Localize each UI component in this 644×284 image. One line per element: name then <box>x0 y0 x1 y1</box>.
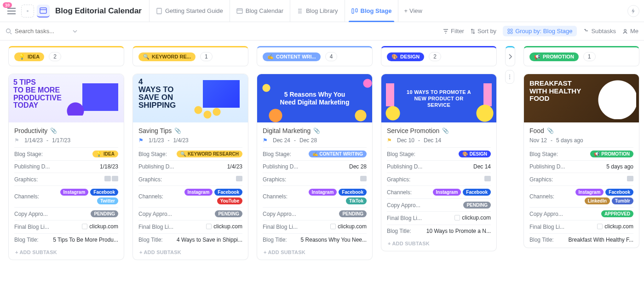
group-by-button[interactable]: Group by: Blog Stage <box>503 26 577 36</box>
card-digital-marketing[interactable]: Digital Marketing📎 ⚑ Dec 24 - Dec 28 Blo… <box>257 74 373 260</box>
automations-button[interactable] <box>627 5 639 17</box>
column-header-keyword[interactable]: 🔍KEYWORD RE... 1 <box>132 46 248 66</box>
pubdate-value: Dec 28 <box>302 163 367 170</box>
view-label: Getting Started Guide <box>165 7 223 14</box>
blog-title-value: 4 Ways to Save in Shippi... <box>167 237 242 243</box>
card-saving-tips[interactable]: Saving Tips📎 ⚑ 1/1/23 - 1/4/23 Blog Stag… <box>132 74 248 260</box>
field-label-stage: Blog Stage: <box>263 151 291 157</box>
filter-label: Filter <box>451 28 464 35</box>
attachment-icon: 📎 <box>313 128 320 134</box>
add-subtask-button[interactable]: + ADD SUBTASK <box>14 246 118 258</box>
date-end: Dec 14 <box>424 137 441 144</box>
field-label-blogtitle: Blog Title: <box>138 237 163 243</box>
field-label-copy: Copy Appro... <box>14 211 48 217</box>
card-service-promotion[interactable]: Service Promotion📎 ⚑ Dec 10 - Dec 14 Blo… <box>381 74 497 251</box>
hamburger-menu-button[interactable]: 10 <box>5 4 18 18</box>
svg-rect-8 <box>511 29 512 31</box>
channel-chip: LinkedIn <box>585 197 610 204</box>
flag-icon[interactable]: ⚑ <box>263 137 269 144</box>
field-label-stage: Blog Stage: <box>138 151 167 157</box>
add-subtask-button[interactable]: + ADD SUBTASK <box>263 246 367 258</box>
card-productivity[interactable]: Productivity📎 ⚑ 1/14/23 - 1/17/23 Blog S… <box>8 74 124 260</box>
column-drag-handle[interactable] <box>505 70 514 84</box>
field-label-channels: Channels: <box>14 193 39 200</box>
final-link[interactable]: clickup.com <box>330 223 367 230</box>
column-header-idea[interactable]: 💡IDEA 2 <box>8 46 124 66</box>
add-view-button[interactable]: + View <box>398 0 428 22</box>
view-tab-blog-calendar[interactable]: Blog Calendar <box>230 0 290 22</box>
field-label-channels: Channels: <box>263 193 288 200</box>
subtasks-label: Subtasks <box>591 28 615 35</box>
svg-point-11 <box>624 29 626 31</box>
notification-badge: 10 <box>3 2 12 8</box>
field-label-graphics: Graphics: <box>14 176 38 183</box>
column-header-content[interactable]: ✍️CONTENT WRI... 4 <box>257 46 373 66</box>
chevron-down-icon[interactable] <box>73 30 77 33</box>
add-space-button[interactable] <box>21 5 34 17</box>
channel-chip: Facebook <box>214 189 242 196</box>
calendar-icon <box>40 7 47 14</box>
search-input[interactable] <box>15 28 70 35</box>
date-end: 5 days ago <box>556 137 583 144</box>
column-header-design[interactable]: 🎨DESIGN 2 <box>381 46 497 66</box>
favicon-icon <box>454 215 460 220</box>
pubdate-value: 5 days ago <box>569 163 633 170</box>
view-tab-blog-library[interactable]: Blog Library <box>290 0 344 22</box>
stage-chip-content: ✍️CONTENT WRI... <box>263 52 321 61</box>
filter-button[interactable]: Filter <box>443 28 464 35</box>
favicon-icon <box>82 224 87 229</box>
card-title: Food <box>529 127 544 134</box>
svg-point-6 <box>6 29 11 33</box>
final-link[interactable]: clickup.com <box>454 214 491 221</box>
field-label-blogtitle: Blog Title: <box>14 237 39 243</box>
bulb-icon: 💡 <box>19 54 25 60</box>
subtasks-button[interactable]: Subtasks <box>583 28 615 35</box>
column-header-promotion[interactable]: 📢PROMOTION 1 <box>523 46 639 66</box>
search-icon <box>6 28 12 35</box>
add-subtask-button[interactable]: + ADD SUBTASK <box>387 237 491 249</box>
list-icon <box>297 8 303 14</box>
field-label-blogtitle: Blog Title: <box>387 228 411 234</box>
card-title: Saving Tips <box>138 127 172 134</box>
flag-icon[interactable]: ⚑ <box>387 137 393 144</box>
me-button[interactable]: Me <box>622 28 638 35</box>
view-tab-blog-stage[interactable]: Blog Stage <box>345 0 398 22</box>
stage-chip-design: 🎨DESIGN <box>387 52 424 61</box>
final-link[interactable]: clickup.com <box>206 223 242 230</box>
stage-label: IDEA <box>28 54 40 59</box>
field-label-pubdate: Publishing D... <box>14 163 50 170</box>
column-keyword: 🔍KEYWORD RE... 1 Saving Tips📎 ⚑ 1/1/23 -… <box>132 46 248 284</box>
channel-chip: Twitter <box>97 197 118 204</box>
card-food[interactable]: Food📎 Nov 12 - 5 days ago Blog Stage:📢PR… <box>523 74 639 248</box>
group-prefix: Group by: <box>515 28 541 35</box>
channel-chip: TikTok <box>346 197 367 204</box>
attachment-icon: 📎 <box>50 128 57 134</box>
column-collapsed-1 <box>505 46 515 284</box>
scroll-right-button[interactable] <box>506 47 515 66</box>
svg-rect-7 <box>508 29 510 31</box>
project-icon[interactable] <box>37 5 50 17</box>
channels-value: Instagram Facebook <box>415 189 491 196</box>
flag-icon[interactable]: ⚑ <box>14 137 21 144</box>
stage-pill: 💡IDEA <box>92 151 118 157</box>
blog-title-value: Breakfast With Healthy F... <box>558 237 633 243</box>
channels-value: Instagram Facebook Twitter <box>43 189 118 204</box>
write-icon: ✍️ <box>267 54 274 60</box>
stage-chip-promotion: 📢PROMOTION <box>529 52 579 61</box>
board-icon <box>351 8 358 14</box>
final-link[interactable]: clickup.com <box>82 223 118 230</box>
add-subtask-button[interactable]: + ADD SUBTASK <box>138 246 242 258</box>
sort-button[interactable]: Sort by <box>471 28 496 35</box>
field-label-copy: Copy Appro... <box>263 211 296 217</box>
stage-chip-keyword: 🔍KEYWORD RE... <box>138 52 196 61</box>
stage-label: CONTENT WRI... <box>276 54 316 59</box>
column-count: 4 <box>325 52 338 61</box>
favicon-icon <box>206 224 212 229</box>
view-tab-getting-started[interactable]: Getting Started Guide <box>149 0 230 22</box>
final-link[interactable]: clickup.com <box>597 223 633 230</box>
flag-icon[interactable]: ⚑ <box>138 137 145 144</box>
card-title: Productivity <box>14 127 47 134</box>
svg-rect-1 <box>40 8 46 13</box>
field-label-blogtitle: Blog Title: <box>529 237 554 243</box>
stage-pill: ✍️CONTENT WRITING <box>309 151 367 157</box>
